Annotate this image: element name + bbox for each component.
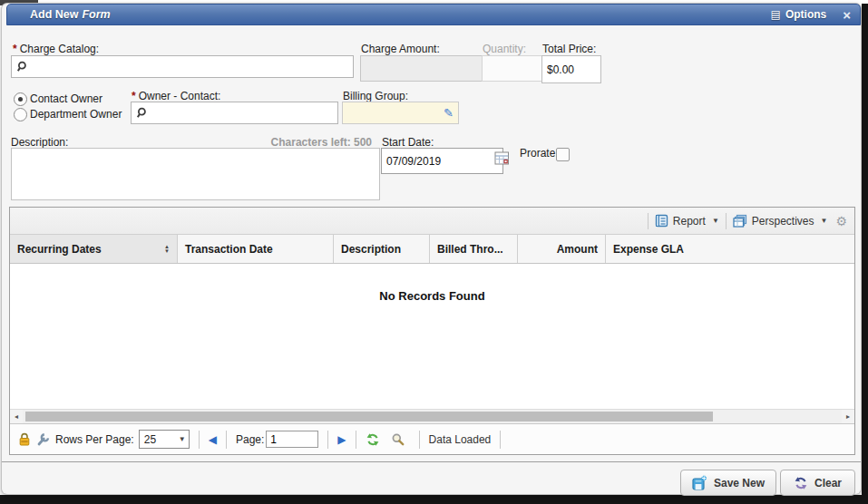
pager-separator <box>327 431 328 449</box>
screen: Add NewForm ▤ Options × *Charge Catalog:… <box>0 0 868 504</box>
column-label: Recurring Dates <box>17 243 102 256</box>
dialog-titlebar: Add NewForm ▤ Options × <box>6 4 861 25</box>
start-date-label: Start Date: <box>382 136 434 149</box>
toolbar-separator <box>726 213 727 229</box>
billing-group-input <box>343 105 444 121</box>
radio-contact-owner-label[interactable]: Contact Owner <box>30 92 102 105</box>
quantity-input <box>482 55 543 82</box>
pager-separator <box>356 431 356 449</box>
column-header-description[interactable]: Description <box>334 235 430 263</box>
background-edge-right <box>862 4 868 504</box>
required-marker: * <box>132 90 136 102</box>
close-icon[interactable]: × <box>843 8 851 22</box>
characters-left-counter: Characters left: 500 <box>249 136 372 149</box>
dialog-title-name: Form <box>82 8 110 21</box>
column-label: Billed Thro... <box>437 243 503 256</box>
required-marker: * <box>13 43 17 55</box>
save-new-button[interactable]: Save New <box>680 470 776 496</box>
scrollbar-track[interactable] <box>23 410 842 423</box>
edit-pencil-icon[interactable]: ✎ <box>444 107 454 119</box>
search-icon <box>16 61 28 73</box>
column-header-transaction-date[interactable]: Transaction Date <box>178 235 334 263</box>
next-page-icon[interactable]: ▶ <box>337 434 346 445</box>
page-number-input[interactable] <box>266 431 318 448</box>
column-header-recurring-dates[interactable]: Recurring Dates ▲▼ <box>10 235 178 263</box>
total-price-label: Total Price: <box>542 43 596 55</box>
search-icon <box>136 107 148 119</box>
start-date-input[interactable] <box>381 148 503 174</box>
results-grid: Report ▼ Perspectives ▼ ⚙ Recurring Date… <box>9 207 855 455</box>
radio-department-owner[interactable] <box>14 108 27 121</box>
owner-contact-input[interactable] <box>148 105 337 121</box>
total-price-input <box>541 55 601 83</box>
options-icon: ▤ <box>771 8 781 21</box>
column-label: Description <box>341 243 401 256</box>
options-button[interactable]: ▤ Options <box>771 8 827 21</box>
clear-button[interactable]: Clear <box>780 470 855 496</box>
rows-per-page-label: Rows Per Page: <box>55 433 134 446</box>
report-label: Report <box>673 215 706 228</box>
no-records-message: No Records Found <box>10 289 854 303</box>
pager-separator <box>226 431 227 449</box>
search-records-icon[interactable] <box>391 432 405 446</box>
report-icon <box>655 214 668 228</box>
previous-page-icon[interactable]: ◀ <box>209 434 217 445</box>
radio-department-owner-label[interactable]: Department Owner <box>30 108 122 121</box>
description-textarea[interactable] <box>11 148 380 200</box>
column-label: Transaction Date <box>185 243 273 256</box>
prorate-label: Prorate: <box>520 147 559 160</box>
billing-group-field[interactable]: ✎ <box>342 102 459 124</box>
clear-icon <box>794 476 808 490</box>
column-header-expense-gla[interactable]: Expense GLA <box>606 235 854 263</box>
column-label: Expense GLA <box>613 243 684 256</box>
grid-status-text: Data Loaded <box>429 433 492 446</box>
lock-icon[interactable] <box>18 432 31 446</box>
gear-icon[interactable]: ⚙ <box>835 214 847 228</box>
column-label: Amount <box>557 243 598 256</box>
dialog-title-prefix: Add New <box>30 8 78 21</box>
perspectives-button[interactable]: Perspectives ▼ <box>733 214 828 228</box>
clear-label: Clear <box>814 477 842 489</box>
description-label: Description: <box>11 136 68 149</box>
radio-contact-owner[interactable] <box>14 92 27 106</box>
scroll-right-icon[interactable]: ▸ <box>842 410 854 423</box>
sort-icon[interactable]: ▲▼ <box>164 245 170 254</box>
wrench-icon[interactable] <box>36 432 50 446</box>
charge-amount-label: Charge Amount: <box>361 43 440 55</box>
owner-contact-field[interactable] <box>131 102 338 124</box>
scroll-left-icon[interactable]: ◂ <box>10 410 23 423</box>
grid-toolbar: Report ▼ Perspectives ▼ ⚙ <box>10 208 854 235</box>
grid-header-row: Recurring Dates ▲▼ Transaction Date Desc… <box>10 235 854 264</box>
report-button[interactable]: Report ▼ <box>655 214 719 228</box>
pager-separator <box>500 431 501 449</box>
chevron-down-icon: ▼ <box>821 217 828 225</box>
footer-divider <box>2 461 861 462</box>
charge-catalog-field[interactable] <box>11 55 354 78</box>
rows-per-page-select[interactable]: 25 ▼ <box>139 430 190 449</box>
save-new-label: Save New <box>714 477 765 489</box>
charge-catalog-input[interactable] <box>28 59 353 75</box>
chevron-down-icon: ▼ <box>712 217 719 225</box>
quantity-label: Quantity: <box>483 43 526 55</box>
perspectives-label: Perspectives <box>752 215 814 228</box>
page-label: Page: <box>236 433 264 446</box>
save-icon <box>692 475 707 490</box>
pager-separator <box>419 431 420 449</box>
dialog-title: Add NewForm <box>30 8 111 21</box>
chevron-down-icon: ▼ <box>179 435 186 443</box>
column-header-amount[interactable]: Amount <box>518 235 606 263</box>
horizontal-scrollbar[interactable]: ◂ ▸ <box>10 409 854 423</box>
refresh-icon[interactable] <box>366 432 380 447</box>
billing-group-label: Billing Group: <box>343 90 408 102</box>
scrollbar-thumb[interactable] <box>25 412 713 422</box>
charge-amount-input <box>360 55 483 82</box>
pager-separator <box>199 431 200 449</box>
options-label: Options <box>785 8 826 21</box>
charge-catalog-label: *Charge Catalog: <box>13 43 99 55</box>
column-header-billed-through[interactable]: Billed Thro... <box>430 235 518 263</box>
grid-body: No Records Found <box>10 264 854 409</box>
toolbar-separator <box>648 213 649 229</box>
prorate-checkbox[interactable] <box>556 148 570 161</box>
calendar-icon[interactable] <box>494 150 510 170</box>
background-edge-bottom <box>0 495 868 504</box>
